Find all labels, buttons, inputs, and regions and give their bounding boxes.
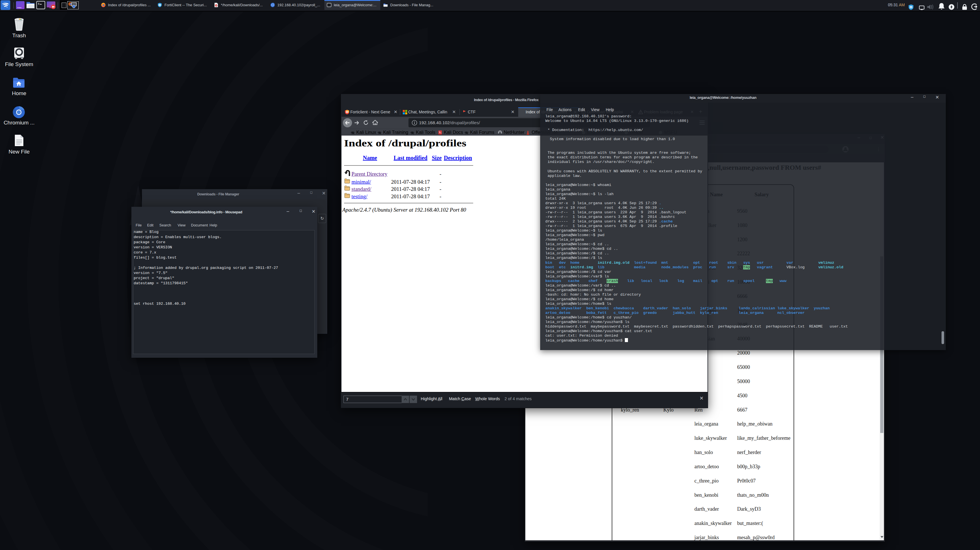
svg-text:$: $ <box>38 2 39 5</box>
